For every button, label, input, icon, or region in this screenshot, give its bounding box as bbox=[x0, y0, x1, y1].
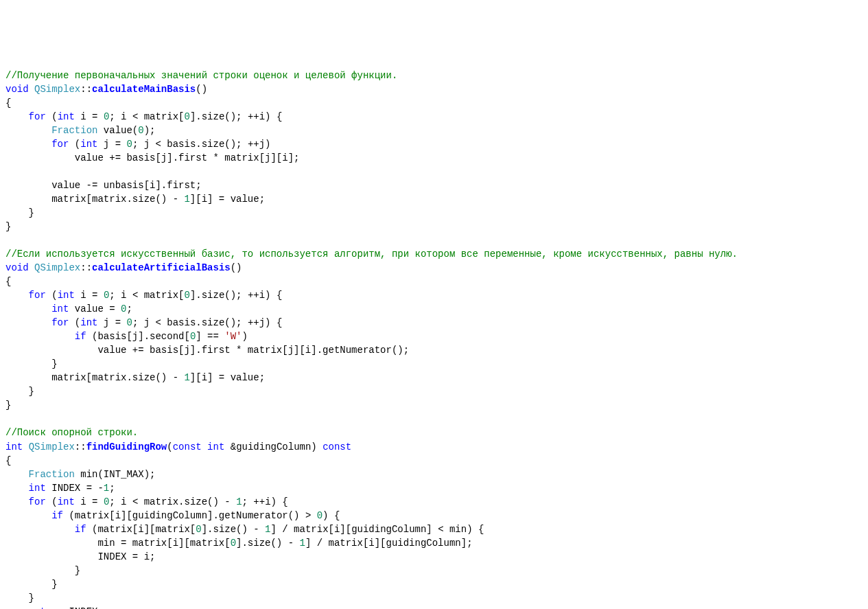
keyword: void bbox=[5, 262, 29, 273]
function-name: calculateArtificialBasis bbox=[92, 262, 231, 273]
keyword: int bbox=[58, 290, 75, 301]
type: Fraction bbox=[51, 125, 97, 136]
number: 0 bbox=[126, 317, 132, 328]
number: 0 bbox=[104, 496, 109, 507]
keyword: for bbox=[51, 139, 69, 150]
punct: :: bbox=[75, 441, 86, 452]
number: 1 bbox=[104, 483, 109, 494]
type: Fraction bbox=[29, 469, 75, 480]
keyword: int bbox=[207, 441, 224, 452]
number: 0 bbox=[190, 331, 196, 342]
keyword: for bbox=[29, 496, 46, 507]
number: 1 bbox=[184, 194, 189, 205]
type: QSimplex bbox=[34, 262, 80, 273]
keyword: return bbox=[29, 606, 63, 609]
keyword: if bbox=[75, 331, 86, 342]
comment-line: //Получение первоначальных значений стро… bbox=[5, 70, 397, 81]
keyword: int bbox=[29, 483, 46, 494]
type: QSimplex bbox=[29, 441, 75, 452]
number: 0 bbox=[138, 125, 143, 136]
number: 1 bbox=[184, 372, 189, 383]
keyword: for bbox=[29, 290, 46, 301]
punct: :: bbox=[80, 262, 92, 273]
keyword: int bbox=[80, 317, 97, 328]
brace: { bbox=[5, 97, 11, 108]
number: 1 bbox=[265, 524, 270, 535]
keyword: void bbox=[5, 84, 29, 95]
keyword: if bbox=[51, 510, 63, 521]
number: 0 bbox=[126, 139, 132, 150]
punct: :: bbox=[80, 84, 92, 95]
type: QSimplex bbox=[34, 84, 80, 95]
keyword: for bbox=[51, 317, 69, 328]
number: 0 bbox=[104, 111, 109, 122]
number: 1 bbox=[236, 496, 242, 507]
keyword: int bbox=[58, 111, 75, 122]
code-view: //Получение первоначальных значений стро… bbox=[0, 55, 868, 609]
char-literal: 'W' bbox=[224, 331, 242, 342]
keyword: int bbox=[5, 441, 23, 452]
number: 0 bbox=[196, 524, 201, 535]
keyword: const bbox=[322, 441, 351, 452]
keyword: int bbox=[80, 139, 97, 150]
number: 0 bbox=[104, 290, 109, 301]
keyword: int bbox=[58, 496, 75, 507]
keyword: int bbox=[51, 303, 69, 314]
number: 0 bbox=[185, 290, 190, 301]
comment-line: //Если используется искусственный базис,… bbox=[5, 249, 738, 260]
comment-line: //Поиск опорной строки. bbox=[5, 427, 138, 438]
number: 0 bbox=[185, 111, 190, 122]
number: 1 bbox=[299, 538, 305, 549]
function-name: calculateMainBasis bbox=[92, 84, 196, 95]
keyword: const bbox=[173, 441, 202, 452]
keyword: if bbox=[75, 524, 86, 535]
number: 0 bbox=[121, 303, 126, 314]
keyword: for bbox=[29, 111, 46, 122]
function-name: findGuidingRow bbox=[86, 441, 167, 452]
number: 0 bbox=[317, 510, 322, 521]
number: 0 bbox=[231, 538, 236, 549]
